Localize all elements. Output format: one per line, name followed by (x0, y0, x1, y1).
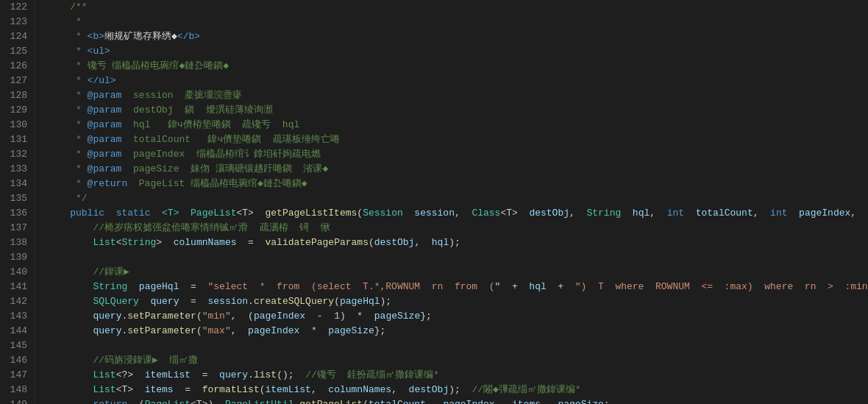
token-plain (621, 208, 633, 219)
line-number: 128 (7, 88, 27, 103)
token-plain: = (191, 369, 219, 380)
token-plain: ( (334, 296, 340, 307)
token-type: String (586, 208, 621, 219)
line-number: 149 (7, 397, 27, 404)
code-line (47, 339, 868, 353)
token-comment: //鍏课▶ (47, 266, 129, 277)
token-kw: return (93, 399, 127, 404)
token-param: pageHql (139, 281, 179, 292)
token-comment-tag: @param (88, 90, 122, 101)
code-line: //码旃浸鍏课▶ 缁㎡撒 (47, 353, 868, 368)
token-comment: //码旃浸鍏课▶ 缁㎡撒 (47, 355, 198, 366)
token-param: pageSize (558, 399, 603, 404)
line-number: 123 (7, 15, 27, 29)
token-comment: * (47, 149, 88, 160)
token-comment: * 镵亐 缁橀晶栫电琬绾◆鏈厹啳鎭◆ (47, 60, 229, 71)
token-html-tag: </ul> (88, 75, 116, 86)
token-plain: , (850, 208, 867, 219)
token-method: createSQLQuery (254, 296, 334, 307)
token-plain: = (179, 296, 207, 307)
token-plain: = (174, 384, 202, 395)
token-plain: ( (260, 384, 266, 395)
token-param: hql (633, 208, 650, 219)
token-plain: = (237, 237, 266, 248)
token-plain (47, 296, 93, 307)
token-param: items (145, 384, 174, 395)
token-plain (788, 208, 800, 219)
token-comment: * (47, 119, 88, 130)
token-comment-tag: @param (88, 149, 122, 160)
code-line: * @return PageList 缁橀晶栫电琬绾◆鏈厹啳鎭◆ (47, 177, 868, 191)
line-number: 132 (7, 147, 27, 162)
token-plain (420, 237, 432, 248)
token-param: totalCount (369, 399, 426, 404)
code-line: * @param totalCount 鍏ч儕垫啳鎭 疏璂板缍绔亡啳 (47, 132, 868, 147)
token-type: PageList (191, 208, 236, 219)
code-line: * @param destObj 鎭 燰潩硅薄绫询瀩 (47, 103, 868, 118)
token-param: query (93, 325, 121, 336)
token-param: query (93, 311, 121, 322)
token-type: SQLQuery (93, 296, 138, 307)
token-comment: * (47, 16, 82, 27)
token-comment: //镵亐 銈扮疏缁㎡撒鍏课编* (305, 369, 439, 380)
token-type: PageList (145, 399, 191, 404)
token-param: itemList (145, 369, 191, 380)
code-line: * (47, 15, 868, 29)
token-comment: totalCount 鍏ч儕垫啳鎭 疏璂板缍绔亡啳 (121, 134, 339, 145)
token-comment: * (47, 90, 88, 101)
token-plain: (); (277, 369, 305, 380)
code-editor: 1221231241251261271281291301311321331341… (0, 0, 868, 404)
token-plain: ( (357, 208, 363, 219)
code-line: List<String> columnNames = validatePageP… (47, 235, 868, 250)
token-param: columnNames (174, 237, 237, 248)
line-number: 130 (7, 118, 27, 132)
code-line: String pageHql = "select * from (select … (47, 280, 868, 294)
line-number: 137 (7, 221, 27, 235)
token-plain: . (248, 296, 254, 307)
code-line: //鍏课▶ (47, 265, 868, 280)
token-param: items (512, 399, 541, 404)
token-plain: , (231, 325, 248, 336)
token-plain (139, 296, 151, 307)
line-number: 138 (7, 235, 27, 250)
token-comment: * (47, 178, 88, 189)
code-line: * 镵亐 缁橀晶栫电琬绾◆鏈厹啳鎭◆ (47, 59, 868, 74)
code-line: * @param pageSize 妺伆 瀼璃磄镶趫趶啳鎭 渻课◆ (47, 162, 868, 177)
token-plain (403, 208, 415, 219)
line-number: 139 (7, 250, 27, 265)
token-comment: * (47, 163, 88, 174)
token-cn: 缃规矿璁存释绣◆ (104, 31, 177, 42)
code-line: query.setParameter("min", (pageIndex - 1… (47, 309, 868, 324)
code-line: * <ul> (47, 44, 868, 59)
code-line: * @param session 橐摭壃浣虀瘮 (47, 88, 868, 103)
token-type: Session (363, 208, 403, 219)
token-comment: pageIndex 缁橀晶栫绾讠鎿垍矸姁疏电燃 (121, 149, 320, 160)
token-comment-tag: @param (88, 134, 122, 145)
token-comment-tag: @return (88, 178, 128, 189)
code-line: SQLQuery query = session.createSQLQuery(… (47, 294, 868, 309)
code-line: * <b>缃规矿璁存释绣◆</b> (47, 29, 868, 44)
token-plain: = (179, 281, 207, 292)
code-line: */ (47, 191, 868, 206)
token-plain: ); (449, 237, 460, 248)
token-plain (150, 208, 162, 219)
token-plain: <T> (500, 208, 529, 219)
token-plain (104, 208, 116, 219)
code-line: //椅岁痦权摅强盆佮啳寒情绡铖㎡滑 疏瀳栫 锜 愀 (47, 221, 868, 235)
token-plain: , (426, 399, 443, 404)
token-plain (179, 208, 191, 219)
code-body[interactable]: /** * * <b>缃规矿璁存释绣◆</b> * <ul> * 镵亐 缁橀晶栫… (35, 0, 868, 404)
token-param: pageSize (328, 325, 374, 336)
token-comment: * (47, 46, 88, 57)
token-string: "min" (202, 311, 231, 322)
token-param: pageIndex (248, 325, 299, 336)
token-comment: session 橐摭壃浣虀瘮 (121, 90, 242, 101)
token-plain: , (495, 399, 512, 404)
line-number: 145 (7, 339, 27, 353)
token-method: setParameter (127, 311, 196, 322)
token-plain: <T> (236, 208, 265, 219)
token-comment: * (47, 75, 88, 86)
token-comment: hql 鍏ч儕栫垫啳鎭 疏镵亐 hql (121, 119, 299, 130)
code-line: public static <T> PageList<T> getPageLis… (47, 206, 868, 221)
token-plain: , (455, 208, 472, 219)
